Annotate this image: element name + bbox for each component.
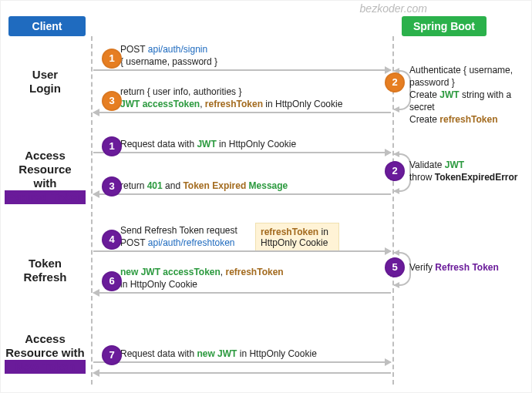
msg-refresh-response: new JWT accessToken, refreshToken in Htt… [93,266,391,294]
badge-6: 6 [102,271,122,291]
actor-client: Client [8,16,86,36]
server-note-verify: Verify Refresh Token [409,261,529,274]
badge-3: 3 [102,91,122,111]
badge-e3: 3 [102,176,122,196]
msg-expired-response: return 401 and Token Expired Message [93,180,391,195]
msg-expired-request: Request data with JWT in HttpOnly Cookie [93,138,391,153]
actor-server: Spring Boot [402,16,487,36]
group-new-token: AccessResource withNew Token [5,332,86,374]
server-note-validate: Validate JWT throw TokenExpiredError [409,159,529,183]
badge-e1: 1 [102,136,122,156]
badge-4: 4 [102,230,122,250]
sequence-diagram: bezkoder.com Client Spring Boot UserLogi… [0,0,532,393]
lifeline-client [91,36,93,385]
msg-signin-request: POST api/auth/signin { username, passwor… [93,43,391,71]
msg-newtoken-return [93,371,391,374]
badge-1: 1 [102,49,122,69]
msg-newtoken-request: Request data with new JWT in HttpOnly Co… [93,348,391,363]
watermark: bezkoder.com [360,2,427,15]
badge-e2: 2 [385,161,405,181]
group-token-refresh: TokenRefresh [5,257,86,284]
group-expired-token: AccessResource withExpired Token [5,149,86,204]
group-user-login: UserLogin [5,68,86,96]
badge-7: 7 [102,345,122,365]
msg-signin-response: return { user info, authorities } JWT ac… [93,86,391,113]
msg-refresh-request: Send Refresh Token request POST api/auth… [93,224,391,252]
server-note-auth: Authenticate { username, password } Crea… [409,64,529,126]
